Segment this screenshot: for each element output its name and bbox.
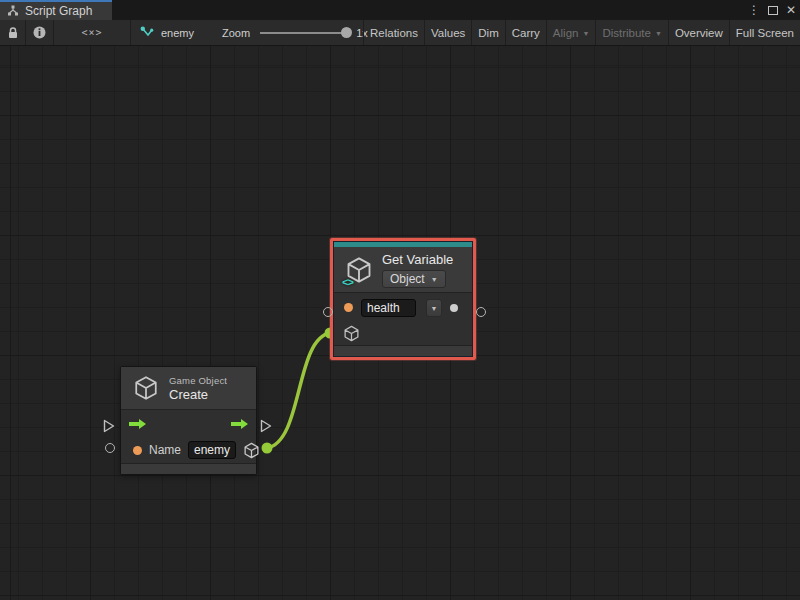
node-title: Get Variable <box>382 252 453 267</box>
variable-name-input[interactable]: health <box>361 299 416 317</box>
graph-canvas[interactable]: Game Object Create Name enemy <box>0 46 800 600</box>
dim-button[interactable]: Dim <box>471 20 504 45</box>
full-screen-button[interactable]: Full Screen <box>729 20 800 45</box>
flow-out-external-port[interactable] <box>260 419 272 433</box>
variable-input-external-port[interactable] <box>323 307 333 317</box>
param-label: Name <box>149 443 181 457</box>
name-port-row: Name enemy <box>121 437 256 463</box>
relations-button[interactable]: Relations <box>363 20 424 45</box>
node-title: Create <box>169 387 227 402</box>
zoom-control: Zoom 1x <box>222 20 368 45</box>
code-icon: <×> <box>81 27 102 38</box>
graph-icon <box>7 5 19 17</box>
align-dropdown-button[interactable]: Align ▼ <box>546 20 596 45</box>
cube-icon <box>133 375 159 401</box>
window-menu-icon[interactable]: ⋮ <box>748 0 760 20</box>
value-port-orange-dot[interactable] <box>133 446 142 455</box>
variable-name-row: health ▼ <box>334 293 472 322</box>
toolbar-buttons: Relations Values Dim Carry Align ▼ Distr… <box>363 20 800 45</box>
zoom-slider[interactable] <box>260 32 350 34</box>
node-header[interactable]: <> Get Variable Object ▼ <box>334 247 472 292</box>
chevron-down-icon: ▼ <box>431 305 438 312</box>
edit-code-button[interactable]: <×> <box>54 20 131 45</box>
node-category: Game Object <box>169 375 227 386</box>
cube-port-icon[interactable] <box>343 325 360 342</box>
close-icon[interactable]: ✕ <box>786 0 796 20</box>
code-brackets-icon: <> <box>342 276 353 288</box>
graph-asset-icon <box>140 26 154 39</box>
flow-ports-row <box>121 410 256 437</box>
node-footer <box>334 345 472 356</box>
node-get-variable-selected[interactable]: <> Get Variable Object ▼ health <box>330 238 476 360</box>
carry-button[interactable]: Carry <box>505 20 546 45</box>
variable-picker-dropdown[interactable]: ▼ <box>426 299 442 317</box>
maximize-icon[interactable] <box>768 6 778 15</box>
info-button[interactable] <box>26 20 54 45</box>
zoom-label: Zoom <box>222 27 250 39</box>
distribute-dropdown-button[interactable]: Distribute ▼ <box>595 20 668 45</box>
script-graph-window: Script Graph ⋮ ✕ <×> <box>0 0 800 600</box>
node-footer <box>121 463 256 474</box>
cube-port-icon[interactable] <box>243 442 260 459</box>
connection-wire[interactable] <box>267 333 330 448</box>
flow-in-arrow-icon[interactable] <box>129 419 147 429</box>
zoom-slider-handle[interactable] <box>341 27 352 38</box>
name-external-port[interactable] <box>105 443 115 453</box>
variable-scope-dropdown[interactable]: Object ▼ <box>382 270 446 288</box>
name-input[interactable]: enemy <box>188 441 236 459</box>
chevron-down-icon: ▼ <box>655 30 662 37</box>
info-icon <box>33 26 46 39</box>
overview-button[interactable]: Overview <box>668 20 729 45</box>
node-header[interactable]: Game Object Create <box>121 367 256 409</box>
tab-bar: Script Graph ⋮ ✕ <box>0 0 800 20</box>
breadcrumb-label: enemy <box>161 27 194 39</box>
flow-out-arrow-icon[interactable] <box>231 419 249 429</box>
wire-endpoint-source[interactable] <box>262 443 273 454</box>
variable-output-external-port[interactable] <box>476 307 486 317</box>
lock-icon <box>6 26 20 40</box>
chevron-down-icon: ▼ <box>582 30 589 37</box>
lock-button[interactable] <box>0 20 26 45</box>
breadcrumb[interactable]: enemy <box>140 20 194 45</box>
node-game-object-create[interactable]: Game Object Create Name enemy <box>120 366 257 475</box>
graph-toolbar: <×> enemy Zoom 1x Relations Values Dim <box>0 20 800 46</box>
chevron-down-icon: ▼ <box>431 276 438 283</box>
flow-in-external-port[interactable] <box>103 419 115 433</box>
target-object-row <box>334 322 472 345</box>
value-port-orange-dot[interactable] <box>344 303 353 312</box>
tab-label: Script Graph <box>25 4 92 18</box>
tab-script-graph[interactable]: Script Graph <box>0 0 112 20</box>
output-port-dot[interactable] <box>450 304 458 312</box>
values-button[interactable]: Values <box>424 20 471 45</box>
